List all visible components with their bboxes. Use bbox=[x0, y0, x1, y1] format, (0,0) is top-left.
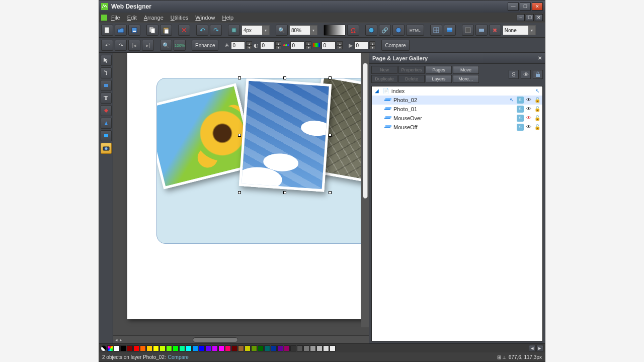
swatch-scroll-left[interactable]: ◂ bbox=[529, 345, 536, 352]
html-button[interactable]: HTML bbox=[406, 25, 424, 36]
canvas[interactable] bbox=[113, 53, 369, 335]
solo-icon[interactable]: S bbox=[509, 70, 519, 79]
small-icon-2[interactable] bbox=[475, 25, 488, 36]
color-swatch[interactable] bbox=[264, 345, 270, 351]
color-swatch[interactable] bbox=[303, 345, 309, 351]
color-picker-swatch[interactable] bbox=[107, 345, 113, 351]
color-swatch[interactable] bbox=[271, 345, 277, 351]
small-icon-3[interactable]: ✖ bbox=[489, 25, 501, 36]
color-swatch[interactable] bbox=[179, 345, 185, 351]
zoom-combo[interactable]: ▾ bbox=[289, 25, 317, 35]
gallery-layers-button[interactable]: Layers bbox=[426, 75, 452, 83]
color-swatch[interactable] bbox=[146, 345, 152, 351]
open-file-button[interactable] bbox=[115, 25, 127, 36]
color-swatch[interactable] bbox=[140, 345, 146, 351]
layer-row-2[interactable]: MouseOver S👁🔓 bbox=[372, 114, 542, 123]
gallery-new-button[interactable]: New bbox=[371, 66, 397, 74]
minimize-button[interactable]: — bbox=[508, 3, 519, 11]
color-swatch[interactable] bbox=[127, 345, 133, 351]
gallery-delete-button[interactable]: Delete bbox=[398, 75, 425, 83]
100pct-button[interactable]: 100% bbox=[174, 40, 186, 51]
menu-edit[interactable]: Edit bbox=[124, 14, 140, 22]
shape-tool[interactable] bbox=[101, 67, 112, 78]
link-mode-input[interactable] bbox=[503, 26, 528, 35]
blur-field[interactable]: ▴▾ bbox=[354, 41, 375, 49]
prev-frame-button[interactable]: |◂ bbox=[128, 40, 140, 51]
color-swatch[interactable] bbox=[173, 345, 179, 351]
v-scrollbar[interactable] bbox=[361, 53, 369, 327]
color-swatch[interactable] bbox=[114, 345, 120, 351]
zoom-input[interactable] bbox=[290, 26, 310, 35]
new-file-button[interactable] bbox=[101, 25, 113, 36]
save-button[interactable] bbox=[128, 25, 140, 36]
color-swatch[interactable] bbox=[323, 345, 329, 351]
color-swatch[interactable] bbox=[310, 345, 316, 351]
layer-row-0[interactable]: Photo_02 ↖S👁🔓 bbox=[372, 96, 542, 105]
menu-help[interactable]: Help bbox=[219, 14, 236, 22]
panel-close-icon[interactable]: ✕ bbox=[538, 55, 542, 61]
tree-root[interactable]: ◢ 📄 index ↖ bbox=[372, 86, 542, 96]
gallery-properties-button[interactable]: Properties bbox=[398, 66, 425, 74]
color-swatch[interactable] bbox=[251, 345, 257, 351]
lock-icon[interactable] bbox=[533, 70, 543, 79]
mdi-close[interactable]: ✕ bbox=[535, 14, 543, 21]
color-swatch[interactable] bbox=[284, 345, 290, 351]
shadow-tool[interactable] bbox=[101, 118, 112, 129]
link-mode-drop[interactable]: ▾ bbox=[528, 26, 535, 35]
color-swatch[interactable] bbox=[231, 345, 237, 351]
rotate-cw-button[interactable]: ↷ bbox=[115, 40, 127, 51]
h-scrollbar[interactable]: ◂ ▸ bbox=[113, 335, 369, 343]
nudge-icon[interactable] bbox=[228, 25, 240, 36]
color-swatch[interactable] bbox=[159, 345, 166, 351]
contrast-field[interactable]: ▴▾ bbox=[260, 41, 281, 49]
color-swatch[interactable] bbox=[120, 345, 126, 351]
close-button[interactable]: ✕ bbox=[532, 3, 543, 11]
color-swatch[interactable] bbox=[205, 345, 211, 351]
fit-zoom-button[interactable]: 🔍 bbox=[160, 40, 172, 51]
paste-button[interactable] bbox=[160, 25, 172, 36]
photo-sky[interactable] bbox=[239, 78, 332, 192]
color-swatch[interactable] bbox=[297, 345, 303, 351]
zoom-drop[interactable]: ▾ bbox=[310, 26, 317, 35]
hue-field[interactable]: ▴▾ bbox=[321, 41, 343, 49]
layer-row-3[interactable]: MouseOff S👁🔓 bbox=[372, 123, 542, 132]
color-swatch[interactable] bbox=[316, 345, 323, 351]
color-swatch[interactable] bbox=[277, 345, 283, 351]
no-color-swatch[interactable] bbox=[101, 345, 107, 351]
color-swatch[interactable] bbox=[133, 345, 139, 351]
color-swatch[interactable] bbox=[258, 345, 264, 351]
compare-button[interactable]: Compare bbox=[381, 40, 409, 51]
color-swatch[interactable] bbox=[166, 345, 172, 351]
undo-button[interactable]: ↶ bbox=[196, 25, 208, 36]
selector-tool[interactable] bbox=[101, 55, 112, 66]
gallery-more-button[interactable]: More… bbox=[453, 75, 479, 83]
color-swatch[interactable] bbox=[245, 345, 251, 351]
copy-button[interactable] bbox=[146, 25, 158, 36]
layer-tree[interactable]: ◢ 📄 index ↖ Photo_02 ↖S👁🔓 Photo_01 S👁🔓 bbox=[371, 86, 543, 341]
mdi-minimize[interactable]: – bbox=[517, 14, 525, 21]
maximize-button[interactable]: ☐ bbox=[520, 3, 531, 11]
mdi-restore[interactable]: ☐ bbox=[526, 14, 534, 21]
preview-button[interactable] bbox=[365, 25, 377, 36]
visibility-icon[interactable]: 👁 bbox=[521, 70, 531, 79]
color-swatch[interactable] bbox=[186, 345, 192, 351]
color-swatch[interactable] bbox=[290, 345, 296, 351]
color-swatch[interactable] bbox=[330, 345, 336, 351]
color-swatch[interactable] bbox=[238, 345, 244, 351]
gallery-pages-button[interactable]: Pages bbox=[426, 66, 452, 74]
zoom-icon[interactable]: 🔍 bbox=[276, 25, 288, 36]
color-swatch[interactable] bbox=[192, 345, 198, 351]
export-web-button[interactable] bbox=[392, 25, 405, 36]
color-swatch[interactable] bbox=[212, 345, 218, 351]
small-icon-1[interactable] bbox=[462, 25, 474, 36]
text-tool[interactable]: T bbox=[101, 93, 112, 104]
color-swatch[interactable] bbox=[218, 345, 224, 351]
color-swatch[interactable] bbox=[225, 345, 231, 351]
menu-arrange[interactable]: Arrange bbox=[141, 14, 167, 22]
rotate-ccw-button[interactable]: ↶ bbox=[101, 40, 113, 51]
nudge-input[interactable] bbox=[242, 26, 262, 35]
saturation-field[interactable]: ▴▾ bbox=[290, 41, 311, 49]
color-swatch[interactable] bbox=[199, 345, 205, 351]
gallery-tool[interactable] bbox=[101, 130, 112, 141]
menu-utilities[interactable]: Utilities bbox=[168, 14, 191, 22]
